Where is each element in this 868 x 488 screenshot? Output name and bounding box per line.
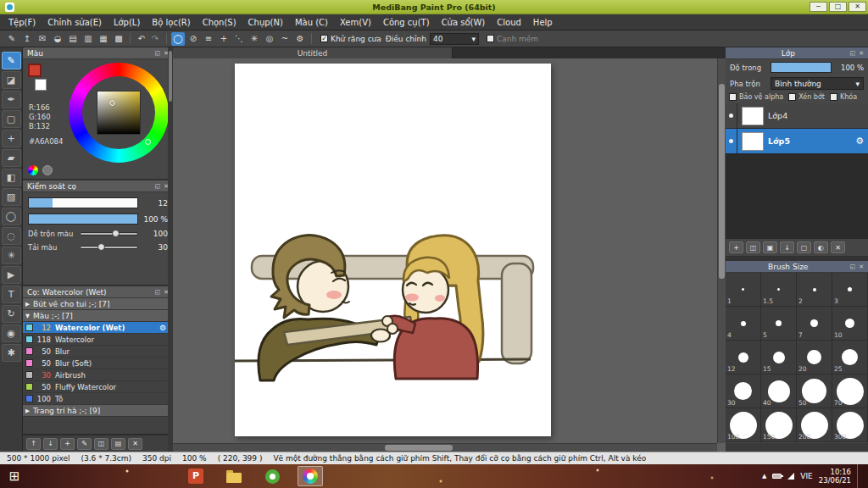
- select-tool[interactable]: ▢: [2, 110, 21, 128]
- canvas-vscrollbar[interactable]: [717, 58, 726, 443]
- scrollbar-thumb[interactable]: [719, 84, 725, 279]
- brush-group-2[interactable]: ▶Trang trí hà ;-; [9]: [23, 405, 173, 417]
- brush-size-300[interactable]: 300: [832, 408, 868, 442]
- tray-expand-icon[interactable]: ▲: [762, 473, 766, 480]
- menu-item-8[interactable]: Công cụ(T): [377, 14, 436, 30]
- brush-size-40[interactable]: 40: [761, 374, 797, 408]
- hue-wheel[interactable]: [69, 63, 169, 163]
- lasso-tool[interactable]: ◌: [2, 227, 21, 245]
- slider-knob[interactable]: [97, 243, 105, 251]
- duplicate-layer-button[interactable]: ▣: [763, 241, 777, 253]
- brush-size-100[interactable]: 100: [726, 408, 761, 442]
- brush-item-0[interactable]: 12Watercolor (Wet)⚙: [23, 322, 173, 334]
- close-button[interactable]: ✕: [849, 2, 866, 12]
- move-tool[interactable]: +: [2, 130, 21, 147]
- pen-tool[interactable]: ✒: [2, 91, 21, 108]
- brush-item-6[interactable]: 100Tô: [23, 393, 173, 405]
- clear-layer-button[interactable]: ▢: [797, 241, 811, 253]
- brush-item-5[interactable]: 50Fluffy Watercolor: [23, 381, 173, 393]
- maximize-button[interactable]: □: [829, 2, 847, 12]
- snap-parallel-icon[interactable]: ≡: [202, 32, 215, 46]
- canvas-hscrollbar[interactable]: [173, 443, 717, 452]
- soft-edge-checkbox[interactable]: Cạnh mềm: [487, 35, 538, 43]
- brush-size-2[interactable]: 2: [797, 273, 832, 307]
- scrollbar-thumb[interactable]: [385, 445, 453, 451]
- hue-cursor[interactable]: [145, 139, 151, 145]
- menu-item-3[interactable]: Bộ lọc(R): [146, 14, 196, 30]
- antialias-checkbox[interactable]: ✓ Khử răng cưa: [320, 35, 381, 43]
- brush-item-2[interactable]: 50Blur: [23, 346, 173, 358]
- brush-group-1[interactable]: ▼Màu ;-; [7]: [23, 310, 173, 322]
- eraser-tool[interactable]: ◪: [2, 71, 21, 89]
- brush-size-70[interactable]: 70: [832, 374, 868, 408]
- brush-size-4[interactable]: 4: [726, 307, 761, 341]
- start-button[interactable]: ⊞: [0, 464, 29, 488]
- taskbar-messenger-app[interactable]: [259, 466, 285, 486]
- taskbar-powerpoint[interactable]: P: [183, 466, 209, 486]
- brush-size-200[interactable]: 200: [797, 408, 832, 442]
- brush-list-button[interactable]: ▤: [111, 438, 125, 450]
- language-indicator[interactable]: VIE: [800, 472, 813, 480]
- brush-size-30[interactable]: 30: [726, 374, 761, 408]
- menu-item-0[interactable]: Tệp(F): [3, 14, 42, 30]
- brush-opacity-slider[interactable]: [28, 214, 138, 225]
- palette-icon[interactable]: ◒: [51, 32, 64, 46]
- snap-vanishing-icon[interactable]: ⋱: [232, 32, 246, 46]
- layer-checkbox-1[interactable]: Xén bớt: [788, 93, 825, 101]
- brush-item-4[interactable]: 30Airbrush: [23, 369, 173, 381]
- layer-settings-icon[interactable]: ⚙: [855, 136, 864, 147]
- brush-size-15[interactable]: 15: [761, 341, 797, 374]
- brush-size-slider[interactable]: [28, 197, 138, 208]
- delete-layer-button[interactable]: ✕: [831, 241, 845, 253]
- brush-item-3[interactable]: 50Blur (Soft): [23, 358, 173, 369]
- sv-cursor[interactable]: [109, 100, 115, 106]
- blend-mode-dropdown[interactable]: Bình thường ▾: [771, 77, 864, 90]
- panel-detach-icon[interactable]: ◱: [155, 183, 161, 190]
- move-up-brush-button[interactable]: ↑: [26, 438, 41, 450]
- menu-item-6[interactable]: Màu (C): [289, 14, 334, 30]
- brush-folder-button[interactable]: ◫: [94, 438, 108, 450]
- brush-size-10[interactable]: 10: [832, 307, 868, 341]
- layer-folder-button[interactable]: ◫: [746, 241, 760, 253]
- document-icon[interactable]: ▤: [66, 32, 80, 46]
- ellipse-select-tool[interactable]: ◯: [2, 208, 21, 225]
- canvas[interactable]: [235, 64, 551, 436]
- panel-close-icon[interactable]: ✕: [859, 50, 864, 57]
- document-tab[interactable]: Untitled: [173, 47, 453, 58]
- magic-wand-tool[interactable]: ✳: [2, 247, 21, 264]
- menu-item-5[interactable]: Chụp(N): [242, 14, 289, 30]
- taskbar-file-explorer[interactable]: [221, 466, 247, 486]
- layer-opacity-slider[interactable]: [771, 62, 832, 73]
- minimize-button[interactable]: ─: [810, 2, 827, 12]
- edit-brush-button[interactable]: ✎: [77, 438, 92, 450]
- brush-size-150[interactable]: 150: [761, 408, 797, 442]
- menu-item-10[interactable]: Cloud: [491, 14, 527, 30]
- snap-curve-icon[interactable]: ~: [278, 32, 292, 46]
- load-slider[interactable]: [80, 246, 138, 249]
- adjust-dropdown[interactable]: 40 ▾: [430, 33, 479, 45]
- menu-item-1[interactable]: Chỉnh sửa(E): [42, 14, 108, 30]
- brush-size-1[interactable]: 1: [726, 273, 761, 307]
- layer-checkbox-0[interactable]: Bảo vệ alpha: [729, 93, 783, 101]
- upload-icon[interactable]: ↥: [20, 32, 34, 46]
- network-icon[interactable]: [787, 473, 794, 480]
- layer-row-1[interactable]: Lớp5⚙: [726, 129, 868, 154]
- move-down-brush-button[interactable]: ↓: [43, 438, 58, 450]
- color-wheel-mode-icon[interactable]: [28, 165, 38, 175]
- pixel-grid-icon[interactable]: ▦: [97, 32, 110, 46]
- brush-cursor-icon[interactable]: ◯: [171, 32, 185, 46]
- taskbar-medibang[interactable]: [298, 466, 323, 486]
- fill-tool[interactable]: ▰: [2, 149, 21, 167]
- brush-size-1.5[interactable]: 1.5: [761, 273, 797, 307]
- panel-close-icon[interactable]: ✕: [859, 263, 864, 270]
- color-slider-mode-icon[interactable]: [42, 165, 53, 175]
- panel-detach-icon[interactable]: ◱: [850, 263, 856, 270]
- slider-knob[interactable]: [112, 230, 120, 237]
- battery-icon[interactable]: [772, 474, 782, 479]
- redo-icon[interactable]: ↷: [148, 32, 162, 46]
- gradient-tool[interactable]: ▨: [2, 188, 21, 206]
- layer-mask-button[interactable]: ◐: [814, 241, 828, 253]
- brush-size-12[interactable]: 12: [726, 341, 761, 374]
- panel-detach-icon[interactable]: ◱: [155, 50, 161, 57]
- brush-size-7[interactable]: 7: [797, 307, 832, 341]
